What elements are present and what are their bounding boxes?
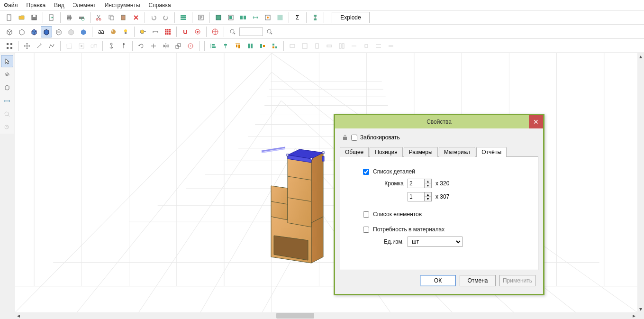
library-button[interactable] <box>178 12 189 23</box>
dialog-title[interactable]: Свойства ✕ <box>335 115 543 128</box>
menu-tools[interactable]: Инструменты <box>105 2 140 9</box>
tool-f-button[interactable] <box>274 12 286 23</box>
group-a-button[interactable] <box>63 40 75 52</box>
rotate-button[interactable] <box>136 40 147 52</box>
move-b-button[interactable] <box>34 40 45 52</box>
delete-button[interactable] <box>130 12 142 23</box>
parts-list-checkbox[interactable] <box>363 169 369 175</box>
tool-c-button[interactable] <box>237 12 249 23</box>
view-shaded-button[interactable] <box>28 26 40 37</box>
search-tool-button[interactable] <box>1 108 13 120</box>
align-a-button[interactable] <box>208 40 219 52</box>
tool-e-button[interactable] <box>262 12 273 23</box>
properties-button[interactable] <box>195 12 207 23</box>
tab-reports[interactable]: Отчёты <box>476 147 507 157</box>
redo-button[interactable] <box>160 12 172 23</box>
tab-dimensions[interactable]: Размеры <box>404 147 438 157</box>
edge-input-1[interactable] <box>408 179 425 188</box>
cancel-button[interactable]: Отмена <box>460 275 496 286</box>
dist-g-button[interactable] <box>361 40 372 52</box>
tool-b-button[interactable] <box>225 12 236 23</box>
tape-measure-button[interactable] <box>137 26 149 37</box>
paste-button[interactable] <box>118 12 129 23</box>
edge-input-2[interactable] <box>408 192 425 201</box>
edge1-down[interactable]: ▼ <box>425 183 431 188</box>
polyline-button[interactable] <box>46 40 57 52</box>
connector-button[interactable] <box>309 12 321 23</box>
group-b-button[interactable] <box>76 40 87 52</box>
mirror-button[interactable] <box>160 40 172 52</box>
menu-view[interactable]: Вид <box>54 2 64 9</box>
dist-d-button[interactable] <box>324 40 335 52</box>
align-b-button[interactable] <box>220 40 231 52</box>
view-hidden-button[interactable] <box>16 26 27 37</box>
tool-a-button[interactable] <box>213 12 224 23</box>
material-need-checkbox[interactable] <box>363 227 369 233</box>
view-transparent-button[interactable] <box>65 26 77 37</box>
explode-button[interactable]: Explode <box>332 12 370 23</box>
align-c-button[interactable] <box>232 40 244 52</box>
furniture-model[interactable] <box>257 141 337 269</box>
zoom-button[interactable] <box>227 26 238 37</box>
sum-button[interactable]: Σ <box>292 12 303 23</box>
move-tool-button[interactable] <box>21 40 33 52</box>
zoom-input[interactable] <box>239 27 263 36</box>
view-solid-button[interactable] <box>78 26 89 37</box>
grid-toggle-button[interactable] <box>162 26 173 37</box>
dist-b-button[interactable] <box>299 40 310 52</box>
ok-button[interactable]: ОК <box>420 275 456 286</box>
new-file-button[interactable] <box>4 12 15 23</box>
dist-a-button[interactable] <box>287 40 298 52</box>
tab-general[interactable]: Общее <box>340 147 369 157</box>
vertical-scrollbar[interactable]: ▴ ▾ <box>637 53 644 312</box>
scroll-left-arrow[interactable]: ◂ <box>15 312 22 319</box>
move-cross-button[interactable] <box>148 40 159 52</box>
dialog-close-button[interactable]: ✕ <box>529 115 543 128</box>
select-mode-button[interactable] <box>4 40 15 52</box>
lighting-button[interactable] <box>120 26 131 37</box>
menu-edit[interactable]: Правка <box>27 2 46 9</box>
elements-list-checkbox[interactable] <box>363 211 369 218</box>
tab-position[interactable]: Позиция <box>370 147 402 157</box>
snap-button[interactable] <box>180 26 191 37</box>
save-button[interactable] <box>28 12 40 23</box>
export-button[interactable] <box>46 12 57 23</box>
dist-c-button[interactable] <box>311 40 323 52</box>
precision-tool-button[interactable] <box>1 121 13 134</box>
align-e-button[interactable] <box>257 40 268 52</box>
dist-i-button[interactable] <box>385 40 397 52</box>
menu-file[interactable]: Файл <box>4 2 18 9</box>
align-d-button[interactable] <box>245 40 256 52</box>
scroll-down-arrow[interactable]: ▾ <box>637 306 644 312</box>
tab-material[interactable]: Материал <box>439 147 476 157</box>
menu-help[interactable]: Справка <box>149 2 171 9</box>
edge1-up[interactable]: ▲ <box>425 179 431 183</box>
dist-f-button[interactable] <box>348 40 360 52</box>
print-button[interactable] <box>63 12 75 23</box>
measure-tool-button[interactable] <box>1 95 13 107</box>
selection-tool-button[interactable] <box>1 55 13 67</box>
horizontal-scrollbar[interactable]: ◂ ▸ <box>15 312 637 319</box>
anchor-a-button[interactable] <box>106 40 117 52</box>
scroll-thumb[interactable] <box>276 313 314 319</box>
open-file-button[interactable] <box>16 12 27 23</box>
menu-element[interactable]: Элемент <box>73 2 96 9</box>
box-tool-button[interactable] <box>1 82 13 94</box>
dist-h-button[interactable] <box>373 40 384 52</box>
scroll-right-arrow[interactable]: ▸ <box>631 312 637 319</box>
lock-checkbox[interactable] <box>351 135 357 141</box>
undo-button[interactable] <box>148 12 159 23</box>
target-button[interactable] <box>192 26 203 37</box>
material-ball-button[interactable] <box>108 26 119 37</box>
align-f-button[interactable] <box>269 40 281 52</box>
anchor-b-button[interactable] <box>118 40 129 52</box>
scroll-up-arrow[interactable]: ▴ <box>637 53 644 60</box>
text-label-button[interactable]: aa <box>95 26 107 37</box>
copy-button[interactable] <box>106 12 117 23</box>
unit-select[interactable]: шт <box>408 237 463 247</box>
group-c-button[interactable] <box>88 40 100 52</box>
print-preview-button[interactable] <box>76 12 87 23</box>
circle-target-button[interactable] <box>185 40 196 52</box>
edge2-down[interactable]: ▼ <box>425 197 431 201</box>
dist-e-button[interactable] <box>336 40 347 52</box>
